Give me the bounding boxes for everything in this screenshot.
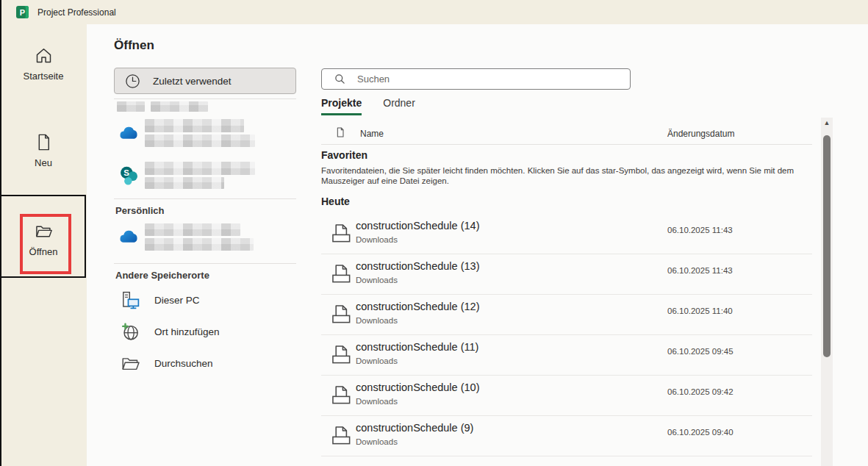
divider [114, 263, 296, 264]
tab-projekte[interactable]: Projekte [321, 97, 362, 115]
location-label: Ort hinzufügen [154, 326, 220, 337]
search-input[interactable] [357, 74, 600, 85]
project-file-icon [329, 262, 354, 287]
personal-section-heading: Persönlich [115, 205, 164, 216]
project-file-icon [329, 423, 354, 448]
file-modified: 06.10.2025 11:43 [667, 226, 733, 234]
page-title: Öffnen [114, 38, 154, 53]
search-icon [334, 74, 345, 85]
search-box[interactable] [321, 68, 631, 90]
sidebar-item-label: Startseite [0, 71, 87, 82]
add-place-globe-icon [120, 321, 141, 343]
recent-files-label: Zuletzt verwendet [153, 76, 232, 87]
column-header-name[interactable]: Name [360, 129, 384, 139]
redacted-account-label [151, 101, 208, 112]
file-name: constructionSchedule (10) [356, 381, 479, 393]
file-row[interactable]: constructionSchedule (12) Downloads 06.1… [321, 295, 812, 335]
redacted-text [145, 177, 224, 189]
this-pc-icon [120, 290, 141, 311]
file-name: constructionSchedule (11) [356, 341, 478, 353]
divider [114, 198, 296, 199]
scrollbar-track[interactable]: ▲ [821, 118, 833, 466]
tab-ordner[interactable]: Ordner [383, 97, 415, 115]
project-file-icon [329, 302, 354, 327]
redacted-text [145, 119, 244, 132]
file-modified: 06.10.2025 09:42 [667, 387, 734, 396]
clock-icon [124, 73, 141, 90]
location-add-place[interactable]: Ort hinzufügen [114, 319, 296, 344]
other-locations-heading: Andere Speicherorte [115, 270, 209, 281]
location-this-pc[interactable]: Dieser PC [114, 287, 296, 312]
home-icon [34, 46, 54, 65]
app-title: Project Professional [37, 7, 116, 18]
divider [114, 98, 296, 99]
divider [321, 144, 812, 145]
onedrive-icon [117, 228, 142, 245]
project-file-icon [329, 343, 354, 368]
file-row[interactable]: constructionSchedule (11) Downloads 06.1… [321, 335, 812, 376]
scrollbar-up-arrow[interactable]: ▲ [821, 119, 833, 126]
file-row[interactable]: constructionSchedule (14) Downloads 06.1… [321, 214, 812, 254]
document-column-icon [334, 126, 346, 138]
file-row[interactable]: constructionSchedule (10) Downloads 06.1… [321, 376, 812, 416]
location-label: Durchsuchen [154, 358, 213, 369]
browse-folder-icon [120, 353, 141, 374]
table-header: Name Änderungsdatum [321, 126, 812, 143]
sidebar-item-oeffnen[interactable]: Öffnen [0, 221, 87, 257]
project-file-icon [329, 383, 354, 408]
onedrive-icon [117, 124, 142, 142]
file-modified: 06.10.2025 09:45 [667, 347, 734, 356]
redacted-text [145, 223, 240, 236]
file-modified: 06.10.2025 09:40 [667, 428, 734, 437]
sidebar-item-startseite[interactable]: Startseite [0, 46, 87, 82]
sidebar-item-neu[interactable]: Neu [0, 132, 87, 168]
file-location: Downloads [356, 356, 398, 365]
project-app-icon: P [16, 6, 29, 18]
file-location: Downloads [356, 397, 398, 406]
column-header-modified[interactable]: Änderungsdatum [667, 129, 734, 139]
file-name: constructionSchedule (14) [356, 220, 479, 232]
location-label: Dieser PC [154, 295, 200, 306]
new-document-icon [34, 132, 54, 152]
location-browse[interactable]: Durchsuchen [114, 351, 296, 376]
open-page-column: Öffnen Zuletzt verwendet S Persönlich An… [114, 24, 296, 466]
file-location: Downloads [356, 235, 398, 244]
file-row[interactable]: constructionSchedule (13) Downloads 06.1… [321, 254, 812, 295]
file-location: Downloads [356, 437, 398, 446]
favorites-description: Favoritendateien, die Sie später leicht … [321, 165, 812, 186]
file-row[interactable]: constructionSchedule (9) Downloads 06.10… [321, 416, 812, 456]
browser-tabs: Projekte Ordner [321, 97, 415, 115]
favorites-heading: Favoriten [321, 149, 367, 161]
file-browser-panel: Projekte Ordner Name Änderungsdatum Favo… [321, 24, 812, 466]
redacted-text [145, 135, 255, 147]
backstage-sidebar: Startseite Neu Öffnen [0, 24, 87, 466]
svg-text:S: S [123, 168, 129, 177]
file-modified: 06.10.2025 11:40 [667, 307, 733, 315]
redacted-text [145, 238, 254, 251]
sidebar-item-label: Öffnen [0, 246, 87, 257]
sidebar-item-label: Neu [0, 157, 87, 168]
window-left-edge [0, 0, 1, 466]
file-name: constructionSchedule (9) [356, 422, 473, 434]
sharepoint-icon: S [117, 164, 140, 187]
open-folder-icon [34, 221, 54, 241]
file-location: Downloads [356, 316, 398, 325]
file-location: Downloads [356, 276, 398, 284]
file-name: constructionSchedule (12) [356, 301, 479, 312]
file-list: constructionSchedule (14) Downloads 06.1… [321, 214, 812, 456]
redacted-text [145, 162, 255, 175]
file-modified: 06.10.2025 11:43 [667, 266, 733, 275]
file-name: constructionSchedule (13) [356, 260, 479, 272]
redacted-account-label [117, 101, 145, 112]
recent-files-button[interactable]: Zuletzt verwendet [114, 68, 296, 94]
today-heading: Heute [321, 196, 350, 207]
project-file-icon [329, 221, 354, 246]
title-bar: P Project Professional [0, 0, 868, 24]
scrollbar-thumb[interactable] [823, 135, 831, 357]
